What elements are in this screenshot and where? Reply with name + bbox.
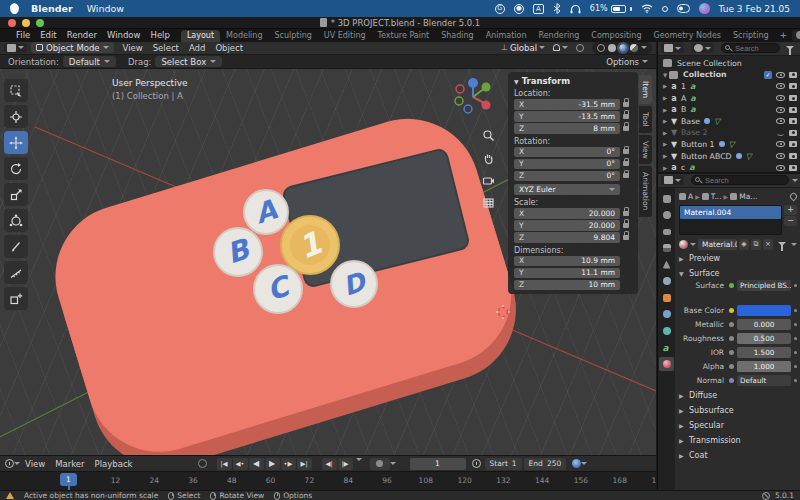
add-slot-button[interactable]: + bbox=[784, 205, 797, 215]
transform-value-field[interactable]: Y0° bbox=[514, 159, 620, 170]
properties-tab[interactable] bbox=[659, 225, 674, 239]
timeline-menu-item[interactable]: Playback bbox=[90, 459, 138, 469]
properties-tab[interactable] bbox=[659, 324, 674, 338]
render-visibility-toggle[interactable] bbox=[789, 95, 797, 101]
transform-value-field[interactable]: Z9.804 bbox=[514, 232, 620, 243]
workspace-tab[interactable]: Animation bbox=[480, 30, 533, 42]
solid-shading-button[interactable] bbox=[608, 44, 616, 52]
gizmo-y-axis[interactable] bbox=[482, 83, 491, 92]
preview-section-header[interactable]: ▶ Preview bbox=[679, 252, 797, 265]
render-visibility-toggle[interactable] bbox=[789, 107, 797, 113]
render-visibility-toggle[interactable] bbox=[789, 130, 797, 136]
editor-type-selector[interactable] bbox=[4, 43, 27, 53]
gizmo-z-axis[interactable] bbox=[468, 78, 478, 88]
outliner-object-row[interactable]: ▶ a c a bbox=[658, 162, 800, 172]
scale-tool[interactable] bbox=[4, 183, 28, 206]
collapsed-section-header[interactable]: ▶Transmission bbox=[679, 434, 797, 447]
lock-icon[interactable] bbox=[623, 161, 629, 166]
viewport-menu-item[interactable]: View bbox=[118, 43, 148, 53]
viewport-menu-item[interactable]: Add bbox=[184, 43, 210, 53]
fake-user-button[interactable]: ◈ bbox=[739, 239, 749, 250]
transform-value-field[interactable]: Z0° bbox=[514, 171, 620, 182]
value-slider[interactable]: 0.500 bbox=[737, 333, 791, 344]
visibility-toggle[interactable] bbox=[776, 83, 785, 89]
properties-tab[interactable] bbox=[659, 208, 674, 222]
timeline-view-icon[interactable] bbox=[572, 459, 581, 468]
transform-value-field[interactable]: X10.9 mm bbox=[514, 256, 620, 267]
transform-orientation-selector[interactable]: ⊥ Global bbox=[501, 43, 545, 53]
properties-tab[interactable] bbox=[659, 307, 674, 321]
normal-value-field[interactable]: Default bbox=[737, 375, 791, 386]
timeline-editor-icon[interactable] bbox=[5, 459, 14, 468]
navigation-gizmo[interactable] bbox=[452, 75, 494, 117]
wifi-icon[interactable] bbox=[641, 4, 653, 13]
lock-icon[interactable] bbox=[623, 102, 629, 107]
collapsed-section-header[interactable]: ▶Diffuse bbox=[679, 389, 797, 402]
outliner-search[interactable] bbox=[721, 43, 780, 54]
outliner-object-row[interactable]: ▶ ▼ Base 2 bbox=[658, 127, 800, 139]
filter-icon[interactable] bbox=[786, 46, 794, 50]
step-forward-button[interactable]: |▶ bbox=[338, 458, 353, 470]
rendered-shading-button[interactable] bbox=[630, 44, 638, 52]
camera-view-button[interactable] bbox=[478, 170, 498, 190]
material-filter-caret[interactable] bbox=[791, 243, 797, 246]
next-keyframe-button[interactable]: •▶ bbox=[281, 458, 296, 470]
input-source-icon[interactable]: A bbox=[533, 4, 544, 14]
shading-dropdown-caret[interactable] bbox=[641, 46, 647, 49]
gizmo-y-neg-axis[interactable] bbox=[455, 97, 463, 105]
grammarly-icon[interactable]: G bbox=[495, 4, 505, 14]
outliner-object-row[interactable]: ▶ a 1 a bbox=[658, 81, 800, 93]
options-dropdown[interactable]: Options bbox=[606, 57, 648, 67]
expand-icon[interactable]: ▶ bbox=[661, 153, 669, 159]
gizmo-z-neg-axis[interactable] bbox=[464, 105, 472, 113]
app-menu-window[interactable]: Window bbox=[87, 3, 124, 14]
render-visibility-toggle[interactable] bbox=[789, 83, 797, 89]
workspace-tab[interactable]: Layout bbox=[181, 30, 220, 42]
expand-icon[interactable]: ▶ bbox=[661, 130, 669, 136]
visibility-toggle[interactable] bbox=[776, 153, 785, 159]
cursor-tool[interactable] bbox=[4, 105, 28, 128]
properties-tab[interactable] bbox=[659, 291, 674, 305]
material-sphere-icon[interactable] bbox=[679, 240, 688, 249]
proportional-edit-toggle[interactable] bbox=[576, 44, 584, 52]
headphones-icon[interactable] bbox=[570, 4, 581, 14]
jump-to-start-button[interactable]: |◀ bbox=[217, 458, 232, 470]
add-primitive-tool[interactable] bbox=[4, 287, 28, 310]
outliner-object-row[interactable]: ▶ ▼ Button ABCD ▽ bbox=[658, 150, 800, 162]
frame-start-field[interactable]: Start1 bbox=[485, 458, 522, 470]
play-button[interactable]: ▶ bbox=[265, 458, 280, 470]
transform-tool[interactable] bbox=[4, 209, 28, 232]
collection-render-toggle[interactable] bbox=[789, 72, 797, 78]
outliner-editor-type-selector[interactable] bbox=[661, 43, 684, 53]
expand-icon[interactable]: ▶ bbox=[661, 141, 669, 147]
expand-icon[interactable]: ▶ bbox=[661, 107, 669, 113]
frame-end-field[interactable]: End250 bbox=[524, 458, 567, 470]
visibility-toggle[interactable] bbox=[776, 165, 785, 171]
transform-value-field[interactable]: X-31.5 mm bbox=[514, 99, 620, 110]
measure-tool[interactable] bbox=[4, 261, 28, 284]
render-visibility-toggle[interactable] bbox=[789, 153, 797, 159]
timeline-ruler[interactable]: 1224364860728496108120132144156168180192… bbox=[0, 471, 656, 490]
timeline-menu-item[interactable]: Marker bbox=[50, 459, 89, 469]
visibility-toggle[interactable] bbox=[776, 130, 785, 136]
value-slider[interactable]: 0.000 bbox=[737, 319, 791, 330]
transform-value-field[interactable]: Z8 mm bbox=[514, 123, 620, 134]
new-material-button[interactable]: ⧉ bbox=[751, 239, 761, 250]
keying-caret[interactable] bbox=[390, 462, 396, 465]
workspace-tab[interactable]: Scripting bbox=[727, 30, 775, 42]
visibility-toggle[interactable] bbox=[776, 141, 785, 147]
3d-viewport[interactable]: A B 1 C D bbox=[0, 69, 656, 455]
render-visibility-toggle[interactable] bbox=[789, 118, 797, 124]
workspace-tab[interactable]: Modeling bbox=[220, 30, 268, 42]
jump-to-end-button[interactable]: ▶| bbox=[297, 458, 312, 470]
viewport-menu-item[interactable]: Object bbox=[210, 43, 248, 53]
properties-tab[interactable] bbox=[659, 192, 674, 206]
top-menu-item[interactable]: Render bbox=[62, 30, 102, 40]
workspace-tab[interactable]: Texture Paint bbox=[372, 30, 436, 42]
rotate-tool[interactable] bbox=[4, 157, 28, 180]
material-slot-item[interactable]: Material.004 bbox=[680, 206, 781, 219]
decorate-icon[interactable] bbox=[794, 337, 797, 340]
expand-icon[interactable]: ▶ bbox=[661, 165, 669, 171]
battery-indicator[interactable]: 61% bbox=[590, 4, 632, 13]
step-back-button[interactable]: ◀| bbox=[322, 458, 337, 470]
